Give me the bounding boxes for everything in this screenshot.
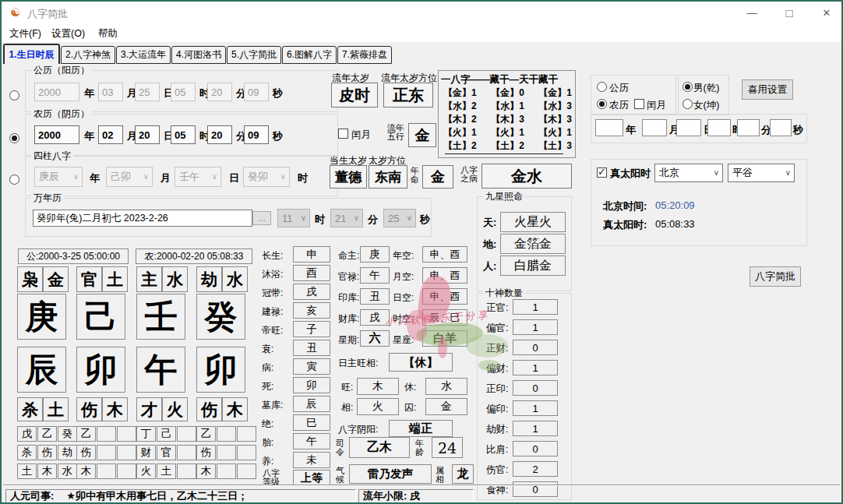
xiang-label: 相:: [341, 401, 353, 414]
info-label: 月空:: [393, 270, 414, 284]
jiuxing-value: 金箔金: [500, 234, 566, 254]
solar-group-radio[interactable]: [9, 90, 19, 100]
pillar1-stem: 庚: [17, 294, 66, 340]
menu-settings[interactable]: 设置(O): [51, 27, 85, 41]
shishen-label: 偏官:: [486, 322, 508, 335]
male-label: 男(乾): [693, 82, 719, 95]
wang-value: 木: [357, 378, 399, 395]
sizhu-day-unit: 日: [229, 171, 239, 185]
solar-day-input[interactable]: 25: [135, 83, 160, 101]
lunar-second-input[interactable]: 09: [244, 125, 269, 144]
settings-leap-checkbox[interactable]: [634, 99, 644, 109]
jiuxing-label: 天:: [483, 216, 496, 230]
entry-month-input[interactable]: [642, 119, 667, 136]
shishen-value: 0: [513, 380, 558, 396]
minimize-button[interactable]: —: [740, 2, 764, 23]
shishen-value: 1: [513, 299, 558, 315]
weekday-value: 六: [360, 330, 390, 347]
province-combo[interactable]: 北京∨: [654, 164, 723, 182]
pillar1-god: 枭: [17, 266, 43, 292]
pillar4-hidden-god: [237, 445, 256, 460]
close-button[interactable]: ✕: [815, 2, 838, 23]
lunar-year-input[interactable]: 2000: [34, 125, 79, 144]
maximize-button[interactable]: □: [778, 2, 801, 23]
chart-solar-header: 公:2000-3-25 05:00:00: [18, 248, 129, 264]
pillar3-branch-element: 火: [162, 397, 188, 421]
bazi-grade-value: 上等: [293, 470, 330, 486]
beijing-time-label: 北京时间:: [603, 199, 647, 213]
lunar-group-radio[interactable]: [9, 133, 19, 143]
sizhu-day-combo[interactable]: 壬午∨: [175, 167, 221, 187]
female-radio[interactable]: [683, 99, 693, 109]
lunar-month-input[interactable]: 02: [98, 125, 123, 144]
changsheng-label: 墓库:: [262, 399, 283, 412]
entry-minute-input[interactable]: [737, 119, 760, 136]
solar-second-input[interactable]: 09: [244, 83, 269, 101]
menu-bar: 文件(F) 设置(O) 帮助: [2, 23, 841, 42]
pillar4-hidden-element: 木: [196, 463, 216, 479]
tab-birthday[interactable]: 1.生日时辰: [3, 44, 60, 64]
settings-solar-radio[interactable]: [597, 82, 607, 92]
settings-lunar-radio[interactable]: [597, 99, 607, 109]
chevron-down-icon: ∨: [407, 213, 412, 222]
solar-month-input[interactable]: 03: [98, 83, 123, 101]
jiux ing-label: 人:: [483, 259, 496, 273]
entry-second-input[interactable]: [770, 119, 792, 136]
menu-file[interactable]: 文件(F): [9, 27, 41, 41]
liunian-wuxing-value: 金: [408, 123, 436, 147]
lunar-minute-input[interactable]: 20: [207, 125, 232, 144]
changsheng-value: 卯: [293, 377, 330, 393]
liunian-wuxing-label: 流年五行: [386, 124, 405, 141]
calendar-date-input[interactable]: 癸卯年(兔)二月初七 2023-2-26: [33, 210, 252, 227]
sizhu-year-combo[interactable]: 庚辰∨: [34, 167, 83, 187]
lunar-second-unit: 秒: [273, 129, 283, 143]
pillar2-hidden-stem: [117, 426, 136, 442]
calendar-minute-combo[interactable]: 21∨: [330, 209, 363, 227]
bazi-jianpi-button[interactable]: 八字简批: [750, 266, 801, 287]
canggan-row: 【火】1【火】1【火】1: [443, 126, 572, 139]
male-radio[interactable]: [683, 82, 693, 92]
solar-second-unit: 秒: [273, 86, 283, 100]
entry-year-input[interactable]: [595, 119, 623, 136]
calendar-second-combo[interactable]: 25∨: [383, 209, 416, 227]
leap-month-checkbox[interactable]: [338, 129, 348, 139]
lunar-day-input[interactable]: 20: [135, 125, 160, 144]
chart-lunar-header: 农:2000-02-20 05:08:33: [136, 248, 252, 264]
tab-tujie[interactable]: 6.图解八字: [282, 46, 337, 64]
info-label: 命主:: [338, 249, 359, 263]
district-combo[interactable]: 平谷∨: [728, 164, 795, 182]
calendar-hour-combo[interactable]: 11∨: [277, 209, 310, 227]
calendar-more-button[interactable]: ...: [252, 211, 271, 225]
chevron-down-icon: ∨: [354, 213, 359, 222]
true-solar-checkbox[interactable]: [597, 167, 607, 178]
footer-divider: [3, 485, 840, 486]
tab-shensha[interactable]: 2.八字神煞: [61, 46, 115, 64]
sizhu-hour-combo[interactable]: 癸卯∨: [243, 167, 290, 187]
tab-dayun[interactable]: 3.大运流年: [116, 46, 171, 64]
entry-day-input[interactable]: [676, 119, 701, 136]
tab-jianpi[interactable]: 5.八字简批: [227, 46, 281, 64]
pillar3-hidden-god: 官: [157, 445, 176, 460]
chevron-down-icon: ∨: [73, 172, 79, 181]
sizhu-group-radio[interactable]: [9, 174, 19, 185]
entry-hour-input[interactable]: [707, 119, 731, 136]
solar-hour-input[interactable]: 05: [171, 83, 196, 101]
bazi-bing-value: 金水: [481, 164, 572, 189]
pillar4-branch: 卯: [196, 347, 245, 393]
xiyong-settings-button[interactable]: 喜用设置: [742, 79, 793, 100]
pillar3-stem: 壬: [136, 294, 185, 340]
pillar1-hidden-element: 木: [37, 463, 57, 479]
solar-minute-input[interactable]: 20: [207, 83, 232, 101]
solar-year-input[interactable]: 2000: [34, 83, 79, 101]
tab-ziwei[interactable]: 7.紫薇排盘: [337, 46, 392, 64]
window-title: 八字简批: [27, 7, 68, 21]
tab-hetu[interactable]: 4.河图洛书: [171, 46, 226, 64]
age-value: 24: [432, 437, 463, 458]
menu-help[interactable]: 帮助: [98, 27, 118, 41]
canggan-row: 【水】2【水】1【水】3: [443, 100, 572, 113]
sizhu-month-combo[interactable]: 己卯∨: [106, 167, 153, 187]
lunar-hour-input[interactable]: 05: [171, 125, 196, 144]
shishen-label: 正官:: [486, 301, 508, 315]
pillar1-hidden-god: 杀: [17, 445, 37, 460]
pillar1-branch: 辰: [17, 347, 66, 393]
